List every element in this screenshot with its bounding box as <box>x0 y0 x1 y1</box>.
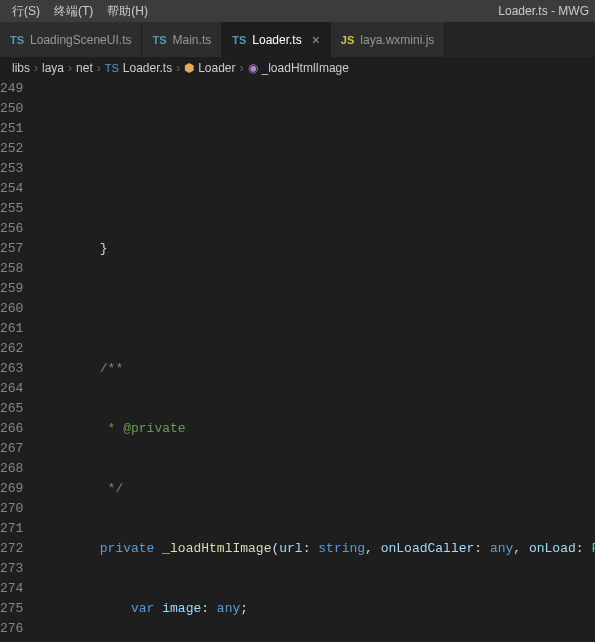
tab-label: Main.ts <box>173 33 212 47</box>
code-area[interactable]: } /** * @private */ private _loadHtmlIma… <box>37 79 595 642</box>
line-number: 268 <box>0 459 23 479</box>
line-number: 259 <box>0 279 23 299</box>
line-number: 276 <box>0 619 23 639</box>
tab-label: LoadingSceneUI.ts <box>30 33 131 47</box>
chevron-right-icon: › <box>176 61 180 75</box>
breadcrumbs[interactable]: libs › laya › net › TS Loader.ts › ⬢ Loa… <box>0 57 595 79</box>
chevron-right-icon: › <box>97 61 101 75</box>
tab-loadingsceneui[interactable]: TS LoadingSceneUI.ts <box>0 22 142 57</box>
crumb-file[interactable]: Loader.ts <box>123 61 172 75</box>
line-number: 253 <box>0 159 23 179</box>
line-number: 272 <box>0 539 23 559</box>
crumb-folder[interactable]: libs <box>12 61 30 75</box>
line-number: 251 <box>0 119 23 139</box>
code-editor[interactable]: 2492502512522532542552562572582592602612… <box>0 79 595 642</box>
titlebar: 行(S) 终端(T) 帮助(H) Loader.ts - MWG <box>0 0 595 22</box>
line-number: 266 <box>0 419 23 439</box>
close-icon[interactable]: × <box>312 32 320 48</box>
code-line[interactable] <box>37 299 595 319</box>
line-number: 261 <box>0 319 23 339</box>
line-number: 254 <box>0 179 23 199</box>
code-line[interactable]: * @private <box>37 419 595 439</box>
line-number: 271 <box>0 519 23 539</box>
tab-label: Loader.ts <box>252 33 301 47</box>
ts-icon: TS <box>152 34 166 46</box>
line-number: 263 <box>0 359 23 379</box>
highlight-box-2 <box>84 619 404 639</box>
line-number: 267 <box>0 439 23 459</box>
editor-tabs: TS LoadingSceneUI.ts TS Main.ts TS Loade… <box>0 22 595 57</box>
line-number: 274 <box>0 579 23 599</box>
line-number: 249 <box>0 79 23 99</box>
crumb-class[interactable]: Loader <box>198 61 235 75</box>
line-number: 257 <box>0 239 23 259</box>
line-number: 252 <box>0 139 23 159</box>
line-gutter: 2492502512522532542552562572582592602612… <box>0 79 37 642</box>
class-icon: ⬢ <box>184 61 194 75</box>
line-number: 273 <box>0 559 23 579</box>
crumb-method[interactable]: _loadHtmlImage <box>262 61 349 75</box>
chevron-right-icon: › <box>34 61 38 75</box>
line-number: 260 <box>0 299 23 319</box>
ts-icon: TS <box>232 34 246 46</box>
menu-run[interactable]: 行(S) <box>6 3 46 20</box>
tab-main[interactable]: TS Main.ts <box>142 22 222 57</box>
line-number: 270 <box>0 499 23 519</box>
js-icon: JS <box>341 34 354 46</box>
line-number: 250 <box>0 99 23 119</box>
chevron-right-icon: › <box>240 61 244 75</box>
tab-loader[interactable]: TS Loader.ts × <box>222 22 331 57</box>
code-line[interactable]: /** <box>37 359 595 379</box>
line-number: 255 <box>0 199 23 219</box>
line-number: 275 <box>0 599 23 619</box>
menu-terminal[interactable]: 终端(T) <box>48 3 99 20</box>
menu-help[interactable]: 帮助(H) <box>101 3 154 20</box>
crumb-folder[interactable]: net <box>76 61 93 75</box>
tab-label: laya.wxmini.js <box>360 33 434 47</box>
method-icon: ◉ <box>248 61 258 75</box>
ts-icon: TS <box>10 34 24 46</box>
line-number: 265 <box>0 399 23 419</box>
line-number: 258 <box>0 259 23 279</box>
code-line[interactable]: } <box>37 239 595 259</box>
window-title: Loader.ts - MWG <box>498 4 595 18</box>
code-line[interactable]: var image: any; <box>37 599 595 619</box>
line-number: 256 <box>0 219 23 239</box>
chevron-right-icon: › <box>68 61 72 75</box>
code-line[interactable]: */ <box>37 479 595 499</box>
tab-wxmini[interactable]: JS laya.wxmini.js <box>331 22 445 57</box>
crumb-folder[interactable]: laya <box>42 61 64 75</box>
ts-icon: TS <box>105 62 119 74</box>
code-line[interactable]: private _loadHtmlImage(url: string, onLo… <box>37 539 595 559</box>
line-number: 264 <box>0 379 23 399</box>
line-number: 269 <box>0 479 23 499</box>
line-number: 262 <box>0 339 23 359</box>
highlight-box-1 <box>32 378 497 398</box>
